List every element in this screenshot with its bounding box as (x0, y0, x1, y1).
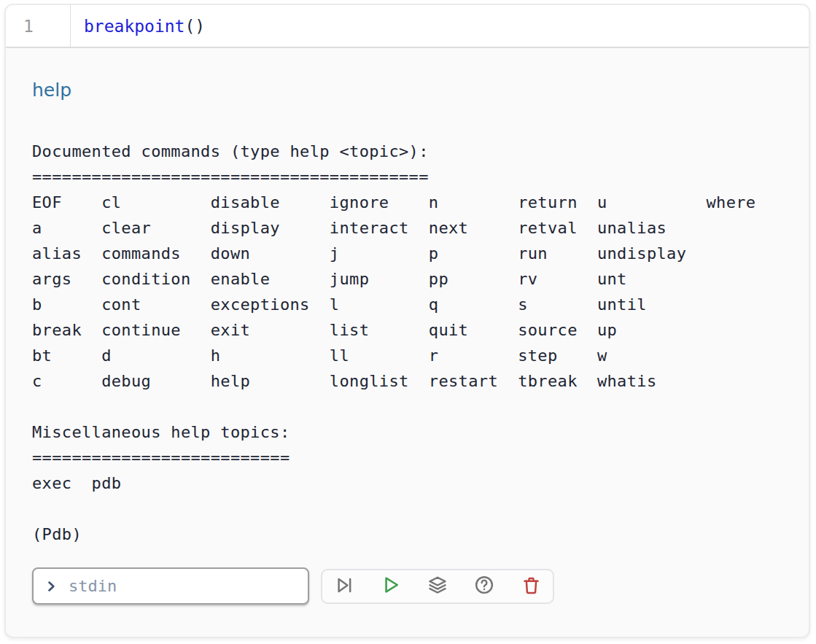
help-circle-icon (474, 575, 494, 597)
step-button[interactable] (330, 572, 359, 601)
console-output: Documented commands (type help <topic>):… (32, 139, 791, 547)
line-number: 1 (23, 17, 34, 36)
code-editor[interactable]: 1 breakpoint() (6, 5, 809, 48)
code-line[interactable]: breakpoint() (71, 5, 205, 47)
clear-button[interactable] (516, 572, 545, 601)
stdin-input[interactable] (67, 576, 299, 596)
code-token-builtin: breakpoint (84, 17, 184, 36)
layers-icon (427, 575, 448, 597)
play-icon (381, 575, 401, 597)
run-button[interactable] (376, 572, 405, 601)
help-button[interactable] (470, 572, 499, 601)
trash-icon (521, 575, 541, 597)
stack-button[interactable] (423, 572, 452, 601)
python-runner-panel: 1 breakpoint() help Documented commands … (4, 4, 810, 638)
chevron-right-icon (44, 579, 58, 594)
console-controls (32, 567, 791, 605)
editor-gutter: 1 (6, 5, 71, 47)
echoed-command: help (32, 79, 791, 102)
toolbar (321, 569, 554, 604)
stdin-input-box[interactable] (32, 567, 309, 605)
code-token-punctuation: () (184, 17, 205, 36)
skip-to-next-icon (335, 575, 354, 597)
output-area: help Documented commands (type help <top… (6, 48, 809, 605)
